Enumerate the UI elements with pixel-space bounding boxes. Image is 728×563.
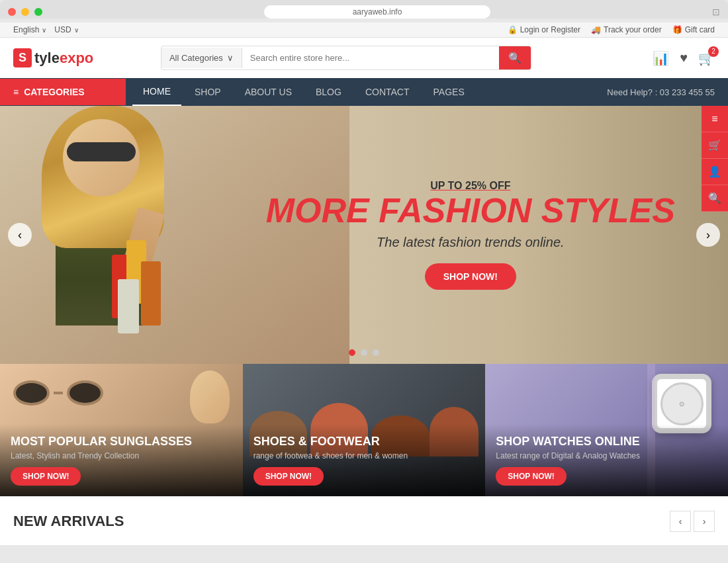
slider-next-button[interactable]: ›: [696, 223, 720, 247]
nav-about[interactable]: ABOUT US: [234, 79, 302, 105]
hero-subtitle: UP TO 25% OFF: [266, 180, 675, 192]
navigation-bar: ≡ CATEGORIES HOME SHOP ABOUT US BLOG CON…: [0, 78, 728, 106]
browser-close-btn[interactable]: [8, 8, 16, 16]
hero-sunglasses: [67, 142, 136, 161]
sunglasses-card-title: MOST POPULAR SUNGLASSES: [11, 435, 232, 449]
search-icon: 🔍: [508, 52, 522, 64]
url-bar[interactable]: aaryaweb.info: [264, 5, 491, 19]
hero-slider: UP TO 25% OFF MORE FASHION STYLES The la…: [0, 106, 728, 364]
login-link[interactable]: 🔒 Login or Register: [508, 25, 580, 34]
right-lens: [67, 380, 103, 406]
site-header: S tyleexpo All Categories ∨ 🔍 📊 ♥ 🛒 2: [0, 38, 728, 78]
search-button[interactable]: 🔍: [499, 46, 531, 69]
hero-cta-button[interactable]: SHOP NOW!: [425, 263, 516, 290]
browser-maximize-btn[interactable]: [34, 8, 42, 16]
nav-pages[interactable]: PAGES: [423, 79, 475, 105]
logo-icon: S: [13, 48, 32, 67]
slider-dots: [349, 349, 379, 356]
language-label: English: [13, 25, 39, 34]
sunglasses-card-desc: Latest, Stylish and Trendy Collection: [11, 451, 232, 460]
category-card-sunglasses[interactable]: MOST POPULAR SUNGLASSES Latest, Stylish …: [0, 364, 243, 496]
top-bar: English ∨ USD ∨ 🔒 Login or Register 🚚 Tr…: [0, 22, 728, 38]
lock-icon: 🔒: [508, 25, 518, 34]
gift-text: Gift card: [685, 25, 715, 34]
bridge: [54, 392, 63, 394]
new-arrivals-next-button[interactable]: ›: [694, 511, 715, 532]
logo-text: tyleexpo: [34, 50, 93, 67]
sunglasses-image: [13, 380, 103, 406]
logo-text-red: expo: [60, 50, 93, 66]
category-card-shoes[interactable]: SHOES & FOOTWEAR range of footwea & shoe…: [243, 364, 486, 496]
slider-dot-2[interactable]: [361, 349, 367, 356]
new-arrivals-title: NEW ARRIVALS: [13, 513, 124, 530]
search-input[interactable]: [242, 48, 499, 68]
hero-background: UP TO 25% OFF MORE FASHION STYLES The la…: [0, 106, 728, 364]
shoes-card-desc: range of footwea & shoes for men & women: [253, 451, 475, 460]
new-arrivals-section: NEW ARRIVALS ‹ ›: [0, 496, 728, 545]
hero-content: UP TO 25% OFF MORE FASHION STYLES The la…: [266, 180, 675, 290]
chart-icon[interactable]: 📊: [653, 50, 669, 66]
gift-card-link[interactable]: 🎁 Gift card: [672, 25, 715, 34]
language-chevron: ∨: [42, 26, 46, 34]
hero-description: The latest fashion trends online.: [266, 235, 675, 250]
browser-minimize-btn[interactable]: [21, 8, 29, 16]
login-text: Login or Register: [520, 25, 580, 34]
truck-icon: 🚚: [591, 25, 601, 34]
hero-title: MORE FASHION STYLES: [266, 192, 675, 230]
category-dropdown[interactable]: All Categories ∨: [161, 48, 242, 68]
categories-label: CATEGORIES: [24, 87, 85, 97]
new-arrivals-prev-button[interactable]: ‹: [670, 511, 691, 532]
watch-text: ⊙: [679, 400, 684, 408]
top-bar-left: English ∨ USD ∨: [13, 25, 79, 34]
nav-contact[interactable]: CONTACT: [355, 79, 420, 105]
nav-blog[interactable]: BLOG: [305, 79, 352, 105]
float-menu-icon[interactable]: ≡: [702, 106, 728, 132]
currency-selector[interactable]: USD ∨: [54, 25, 78, 34]
language-selector[interactable]: English ∨: [13, 25, 46, 34]
sunglasses-card-overlay: MOST POPULAR SUNGLASSES Latest, Stylish …: [0, 424, 243, 496]
website-content: English ∨ USD ∨ 🔒 Login or Register 🚚 Tr…: [0, 22, 728, 545]
bag-beige: [118, 279, 139, 333]
watches-card-title: SHOP WATCHES ONLINE: [496, 435, 717, 449]
sunglasses-shop-button[interactable]: SHOP NOW!: [11, 467, 81, 486]
hero-title-line1: MORE FASHION STYLES: [266, 191, 675, 230]
slider-dot-3[interactable]: [373, 349, 379, 356]
help-text: Need Help? : 03 233 455 55: [594, 79, 728, 105]
search-bar: All Categories ∨ 🔍: [161, 46, 531, 70]
cart-icon[interactable]: 🛒 2: [698, 50, 715, 66]
face-bg: [190, 370, 230, 423]
track-order-link[interactable]: 🚚 Track your order: [591, 25, 662, 34]
header-icons: 📊 ♥ 🛒 2: [653, 50, 715, 66]
top-bar-right: 🔒 Login or Register 🚚 Track your order 🎁…: [508, 25, 715, 34]
new-arrivals-navigation: ‹ ›: [670, 511, 715, 532]
shoes-card-title: SHOES & FOOTWEAR: [253, 435, 475, 449]
watches-card-overlay: SHOP WATCHES ONLINE Latest range of Digi…: [485, 424, 728, 496]
currency-chevron: ∨: [74, 26, 79, 34]
left-lens: [13, 380, 50, 406]
nav-shop[interactable]: SHOP: [184, 79, 232, 105]
nav-links: HOME SHOP ABOUT US BLOG CONTACT PAGES: [126, 78, 482, 106]
category-card-watches[interactable]: ⊙ SHOP WATCHES ONLINE Latest range of Di…: [485, 364, 728, 496]
track-text: Track your order: [604, 25, 662, 34]
bag-orange: [141, 261, 161, 325]
logo-link[interactable]: S tyleexpo: [13, 48, 93, 67]
watches-card-desc: Latest range of Digital & Analog Watches: [496, 451, 717, 460]
shoes-card-overlay: SHOES & FOOTWEAR range of footwea & shoe…: [243, 424, 486, 496]
wishlist-icon[interactable]: ♥: [680, 50, 688, 65]
menu-bars-icon: ≡: [13, 87, 19, 97]
shoes-shop-button[interactable]: SHOP NOW!: [253, 467, 324, 486]
float-user-icon[interactable]: 👤: [702, 159, 728, 185]
watch-face: ⊙: [660, 382, 704, 425]
categories-button[interactable]: ≡ CATEGORIES: [0, 79, 126, 105]
float-cart-icon[interactable]: 🛒: [702, 132, 728, 159]
cart-badge: 2: [708, 46, 719, 57]
slider-prev-button[interactable]: ‹: [8, 223, 32, 247]
category-chevron: ∨: [227, 53, 234, 63]
nav-home[interactable]: HOME: [132, 78, 181, 106]
browser-chrome: aaryaweb.info ⊡: [0, 0, 728, 19]
float-search-icon[interactable]: 🔍: [702, 185, 728, 212]
category-label: All Categories: [169, 53, 223, 63]
watches-shop-button[interactable]: SHOP NOW!: [496, 467, 566, 486]
slider-dot-1[interactable]: [349, 349, 355, 356]
browser-expand-icon[interactable]: ⊡: [712, 7, 720, 17]
